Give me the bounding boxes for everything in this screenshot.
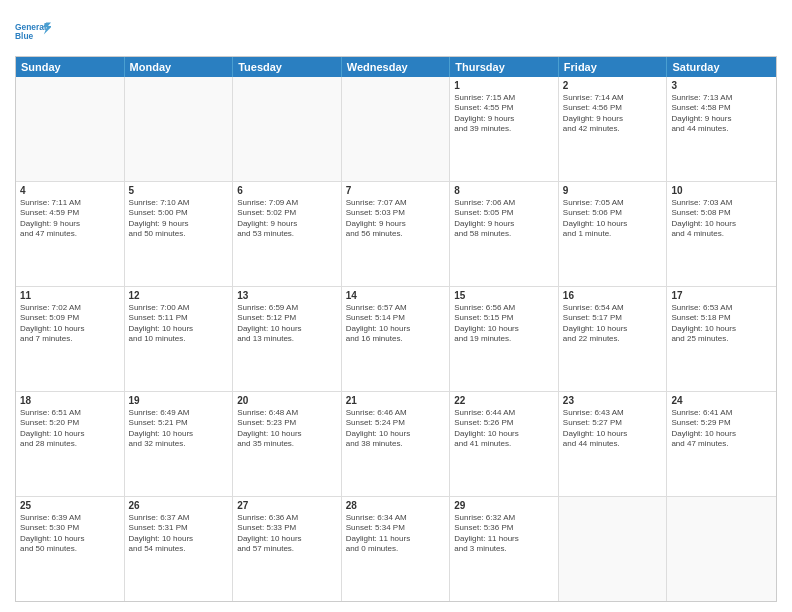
day-number: 25 (20, 500, 120, 511)
cal-cell-day-26: 26Sunrise: 6:37 AM Sunset: 5:31 PM Dayli… (125, 497, 234, 601)
day-number: 29 (454, 500, 554, 511)
day-detail: Sunrise: 7:14 AM Sunset: 4:56 PM Dayligh… (563, 93, 663, 135)
day-detail: Sunrise: 6:34 AM Sunset: 5:34 PM Dayligh… (346, 513, 446, 555)
day-number: 22 (454, 395, 554, 406)
cal-cell-day-17: 17Sunrise: 6:53 AM Sunset: 5:18 PM Dayli… (667, 287, 776, 391)
header-day-friday: Friday (559, 57, 668, 77)
day-detail: Sunrise: 6:37 AM Sunset: 5:31 PM Dayligh… (129, 513, 229, 555)
day-number: 16 (563, 290, 663, 301)
day-detail: Sunrise: 6:54 AM Sunset: 5:17 PM Dayligh… (563, 303, 663, 345)
day-number: 7 (346, 185, 446, 196)
cal-cell-empty-0-1 (125, 77, 234, 181)
cal-cell-day-1: 1Sunrise: 7:15 AM Sunset: 4:55 PM Daylig… (450, 77, 559, 181)
cal-row-1: 4Sunrise: 7:11 AM Sunset: 4:59 PM Daylig… (16, 182, 776, 287)
cal-cell-day-3: 3Sunrise: 7:13 AM Sunset: 4:58 PM Daylig… (667, 77, 776, 181)
day-detail: Sunrise: 7:15 AM Sunset: 4:55 PM Dayligh… (454, 93, 554, 135)
day-detail: Sunrise: 6:48 AM Sunset: 5:23 PM Dayligh… (237, 408, 337, 450)
day-number: 26 (129, 500, 229, 511)
cal-cell-empty-4-5 (559, 497, 668, 601)
calendar-body: 1Sunrise: 7:15 AM Sunset: 4:55 PM Daylig… (16, 77, 776, 601)
day-number: 10 (671, 185, 772, 196)
cal-cell-day-19: 19Sunrise: 6:49 AM Sunset: 5:21 PM Dayli… (125, 392, 234, 496)
cal-cell-day-21: 21Sunrise: 6:46 AM Sunset: 5:24 PM Dayli… (342, 392, 451, 496)
cal-cell-empty-0-2 (233, 77, 342, 181)
cal-cell-day-16: 16Sunrise: 6:54 AM Sunset: 5:17 PM Dayli… (559, 287, 668, 391)
day-detail: Sunrise: 6:41 AM Sunset: 5:29 PM Dayligh… (671, 408, 772, 450)
cal-cell-day-22: 22Sunrise: 6:44 AM Sunset: 5:26 PM Dayli… (450, 392, 559, 496)
day-number: 28 (346, 500, 446, 511)
day-detail: Sunrise: 7:02 AM Sunset: 5:09 PM Dayligh… (20, 303, 120, 345)
cal-row-2: 11Sunrise: 7:02 AM Sunset: 5:09 PM Dayli… (16, 287, 776, 392)
cal-cell-day-28: 28Sunrise: 6:34 AM Sunset: 5:34 PM Dayli… (342, 497, 451, 601)
header: General Blue (15, 10, 777, 50)
day-detail: Sunrise: 7:11 AM Sunset: 4:59 PM Dayligh… (20, 198, 120, 240)
day-detail: Sunrise: 6:46 AM Sunset: 5:24 PM Dayligh… (346, 408, 446, 450)
day-number: 21 (346, 395, 446, 406)
cal-cell-day-14: 14Sunrise: 6:57 AM Sunset: 5:14 PM Dayli… (342, 287, 451, 391)
cal-cell-day-9: 9Sunrise: 7:05 AM Sunset: 5:06 PM Daylig… (559, 182, 668, 286)
day-number: 19 (129, 395, 229, 406)
cal-cell-day-13: 13Sunrise: 6:59 AM Sunset: 5:12 PM Dayli… (233, 287, 342, 391)
day-detail: Sunrise: 7:06 AM Sunset: 5:05 PM Dayligh… (454, 198, 554, 240)
header-day-thursday: Thursday (450, 57, 559, 77)
cal-cell-day-4: 4Sunrise: 7:11 AM Sunset: 4:59 PM Daylig… (16, 182, 125, 286)
day-number: 11 (20, 290, 120, 301)
cal-cell-day-27: 27Sunrise: 6:36 AM Sunset: 5:33 PM Dayli… (233, 497, 342, 601)
cal-cell-day-15: 15Sunrise: 6:56 AM Sunset: 5:15 PM Dayli… (450, 287, 559, 391)
cal-cell-day-23: 23Sunrise: 6:43 AM Sunset: 5:27 PM Dayli… (559, 392, 668, 496)
day-number: 1 (454, 80, 554, 91)
day-number: 14 (346, 290, 446, 301)
day-number: 24 (671, 395, 772, 406)
day-detail: Sunrise: 7:00 AM Sunset: 5:11 PM Dayligh… (129, 303, 229, 345)
day-number: 20 (237, 395, 337, 406)
day-detail: Sunrise: 6:43 AM Sunset: 5:27 PM Dayligh… (563, 408, 663, 450)
header-day-monday: Monday (125, 57, 234, 77)
cal-cell-day-8: 8Sunrise: 7:06 AM Sunset: 5:05 PM Daylig… (450, 182, 559, 286)
day-number: 2 (563, 80, 663, 91)
header-day-saturday: Saturday (667, 57, 776, 77)
cal-cell-day-20: 20Sunrise: 6:48 AM Sunset: 5:23 PM Dayli… (233, 392, 342, 496)
cal-row-0: 1Sunrise: 7:15 AM Sunset: 4:55 PM Daylig… (16, 77, 776, 182)
day-detail: Sunrise: 6:57 AM Sunset: 5:14 PM Dayligh… (346, 303, 446, 345)
cal-cell-empty-0-0 (16, 77, 125, 181)
cal-cell-empty-4-6 (667, 497, 776, 601)
cal-cell-day-7: 7Sunrise: 7:07 AM Sunset: 5:03 PM Daylig… (342, 182, 451, 286)
cal-cell-day-18: 18Sunrise: 6:51 AM Sunset: 5:20 PM Dayli… (16, 392, 125, 496)
day-number: 12 (129, 290, 229, 301)
cal-cell-day-6: 6Sunrise: 7:09 AM Sunset: 5:02 PM Daylig… (233, 182, 342, 286)
day-number: 18 (20, 395, 120, 406)
calendar-header: SundayMondayTuesdayWednesdayThursdayFrid… (16, 57, 776, 77)
day-detail: Sunrise: 7:05 AM Sunset: 5:06 PM Dayligh… (563, 198, 663, 240)
svg-text:Blue: Blue (15, 31, 34, 41)
day-detail: Sunrise: 7:13 AM Sunset: 4:58 PM Dayligh… (671, 93, 772, 135)
day-detail: Sunrise: 6:32 AM Sunset: 5:36 PM Dayligh… (454, 513, 554, 555)
cal-cell-day-24: 24Sunrise: 6:41 AM Sunset: 5:29 PM Dayli… (667, 392, 776, 496)
day-number: 6 (237, 185, 337, 196)
day-detail: Sunrise: 6:39 AM Sunset: 5:30 PM Dayligh… (20, 513, 120, 555)
day-number: 4 (20, 185, 120, 196)
day-detail: Sunrise: 7:07 AM Sunset: 5:03 PM Dayligh… (346, 198, 446, 240)
day-number: 17 (671, 290, 772, 301)
cal-cell-day-10: 10Sunrise: 7:03 AM Sunset: 5:08 PM Dayli… (667, 182, 776, 286)
day-detail: Sunrise: 6:36 AM Sunset: 5:33 PM Dayligh… (237, 513, 337, 555)
cal-row-4: 25Sunrise: 6:39 AM Sunset: 5:30 PM Dayli… (16, 497, 776, 601)
cal-cell-day-5: 5Sunrise: 7:10 AM Sunset: 5:00 PM Daylig… (125, 182, 234, 286)
day-number: 27 (237, 500, 337, 511)
day-detail: Sunrise: 6:59 AM Sunset: 5:12 PM Dayligh… (237, 303, 337, 345)
day-number: 5 (129, 185, 229, 196)
day-detail: Sunrise: 6:49 AM Sunset: 5:21 PM Dayligh… (129, 408, 229, 450)
day-number: 8 (454, 185, 554, 196)
logo-svg: General Blue (15, 14, 51, 50)
logo: General Blue (15, 14, 51, 50)
day-number: 15 (454, 290, 554, 301)
day-number: 9 (563, 185, 663, 196)
calendar: SundayMondayTuesdayWednesdayThursdayFrid… (15, 56, 777, 602)
day-detail: Sunrise: 6:53 AM Sunset: 5:18 PM Dayligh… (671, 303, 772, 345)
page: General Blue SundayMondayTuesdayWednesda… (0, 0, 792, 612)
cal-cell-day-25: 25Sunrise: 6:39 AM Sunset: 5:30 PM Dayli… (16, 497, 125, 601)
day-number: 13 (237, 290, 337, 301)
cal-cell-day-12: 12Sunrise: 7:00 AM Sunset: 5:11 PM Dayli… (125, 287, 234, 391)
day-number: 3 (671, 80, 772, 91)
day-detail: Sunrise: 6:56 AM Sunset: 5:15 PM Dayligh… (454, 303, 554, 345)
cal-cell-day-29: 29Sunrise: 6:32 AM Sunset: 5:36 PM Dayli… (450, 497, 559, 601)
